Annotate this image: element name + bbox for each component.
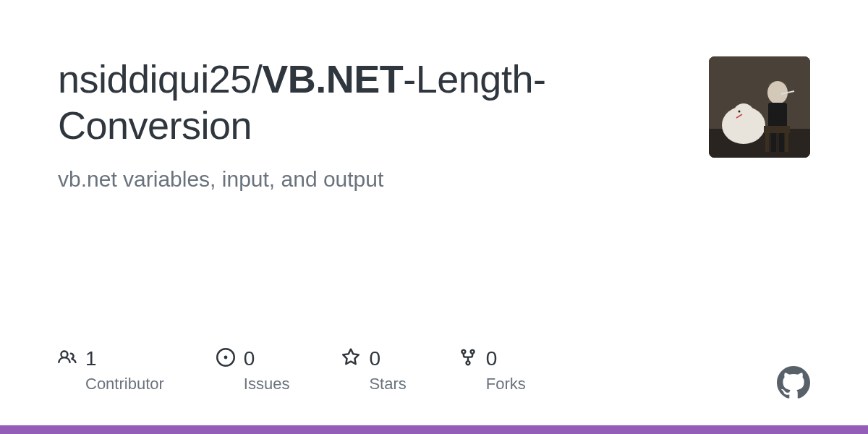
fork-icon [459,348,477,370]
repo-separator: / [252,57,263,101]
title-block: nsiddiqui25/VB.NET-Length-Conversion vb.… [58,56,709,192]
star-icon [341,348,360,370]
stat-contributors[interactable]: 1 Contributor [58,347,164,393]
people-icon [58,348,77,370]
header: nsiddiqui25/VB.NET-Length-Conversion vb.… [58,56,810,192]
repo-name-strong: VB.NET [262,57,403,101]
issues-label: Issues [244,375,290,393]
stat-stars[interactable]: 0 Stars [341,347,406,393]
issues-count: 0 [244,347,255,370]
github-logo-icon[interactable] [777,366,810,399]
svg-rect-10 [765,133,769,152]
stars-label: Stars [369,375,406,393]
contributors-count: 1 [85,347,97,370]
stars-count: 0 [369,347,380,370]
stat-issues[interactable]: 0 Issues [216,347,290,393]
issue-icon [216,348,235,370]
stat-forks[interactable]: 0 Forks [459,347,526,393]
accent-bar [0,425,868,434]
svg-point-3 [733,103,754,122]
svg-rect-9 [764,126,790,133]
svg-rect-8 [779,130,784,152]
repo-card: nsiddiqui25/VB.NET-Length-Conversion vb.… [0,0,868,434]
svg-rect-7 [771,130,776,152]
repo-description: vb.net variables, input, and output [58,167,680,192]
stats-row: 1 Contributor 0 Issues 0 Stars [58,347,526,393]
svg-rect-11 [785,133,788,152]
forks-label: Forks [486,375,526,393]
contributors-label: Contributor [85,375,164,393]
avatar-image [709,56,810,158]
repo-owner: nsiddiqui25 [58,57,252,101]
forks-count: 0 [486,347,498,370]
repo-title[interactable]: nsiddiqui25/VB.NET-Length-Conversion [58,56,680,148]
svg-point-4 [739,111,741,113]
avatar[interactable] [709,56,810,158]
